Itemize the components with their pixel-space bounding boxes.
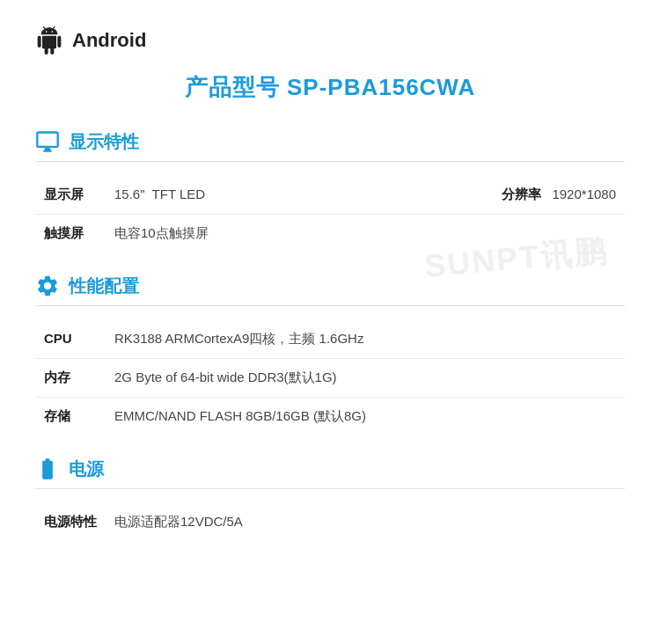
display-section-title: 显示特性 [69, 130, 139, 154]
performance-section: 性能配置 CPU RK3188 ARMCortexA9四核，主频 1.6GHz … [35, 274, 625, 435]
power-section-title: 电源 [69, 457, 104, 481]
performance-section-header: 性能配置 [35, 274, 625, 306]
spec-label-cpu: CPU [44, 331, 114, 346]
spec-row-storage: 存储 EMMC/NAND FLASH 8GB/16GB (默认8G) [35, 398, 625, 435]
display-spec-table: 显示屏 15.6" TFT LED 分辨率 1920*1080 触摸屏 电容10… [35, 176, 625, 252]
battery-icon [35, 457, 60, 481]
spec-value-power: 电源适配器12VDC/5A [114, 514, 616, 531]
spec-label-touch: 触摸屏 [44, 225, 114, 242]
spec-value-cpu: RK3188 ARMCortexA9四核，主频 1.6GHz [114, 331, 616, 348]
display-section-header: 显示特性 [35, 129, 625, 162]
performance-section-title: 性能配置 [69, 274, 139, 298]
resolution-label: 分辨率 [502, 187, 541, 203]
spec-value-display: 15.6" TFT LED [114, 187, 466, 203]
spec-label-display: 显示屏 [44, 187, 114, 203]
spec-label-storage: 存储 [44, 408, 114, 425]
resolution-value: 1920*1080 [552, 187, 616, 203]
android-header: Android [35, 26, 625, 55]
spec-row-power: 电源特性 电源适配器12VDC/5A [35, 503, 625, 541]
monitor-icon [35, 129, 60, 154]
gear-icon [35, 274, 60, 298]
spec-value-touch: 电容10点触摸屏 [114, 225, 616, 242]
spec-sub-resolution: 分辨率 1920*1080 [502, 187, 616, 203]
android-title: Android [72, 29, 146, 52]
display-section: 显示特性 显示屏 15.6" TFT LED 分辨率 1920*1080 触摸屏… [35, 129, 625, 252]
spec-label-memory: 内存 [44, 370, 114, 386]
performance-spec-table: CPU RK3188 ARMCortexA9四核，主频 1.6GHz 内存 2G… [35, 320, 625, 435]
power-section-header: 电源 [35, 457, 625, 489]
spec-row-cpu: CPU RK3188 ARMCortexA9四核，主频 1.6GHz [35, 320, 625, 359]
power-spec-table: 电源特性 电源适配器12VDC/5A [35, 503, 625, 541]
spec-row-display: 显示屏 15.6" TFT LED 分辨率 1920*1080 [35, 176, 625, 215]
spec-value-memory: 2G Byte of 64-bit wide DDR3(默认1G) [114, 370, 616, 386]
android-icon [35, 26, 63, 55]
spec-row-touch: 触摸屏 电容10点触摸屏 [35, 215, 625, 252]
spec-row-memory: 内存 2G Byte of 64-bit wide DDR3(默认1G) [35, 359, 625, 398]
spec-value-storage: EMMC/NAND FLASH 8GB/16GB (默认8G) [114, 408, 616, 425]
product-model: 产品型号 SP-PBA156CWA [35, 72, 625, 103]
spec-label-power: 电源特性 [44, 514, 114, 531]
power-section: 电源 电源特性 电源适配器12VDC/5A [35, 457, 625, 541]
spec-value-group-display: 15.6" TFT LED 分辨率 1920*1080 [114, 187, 616, 203]
page-container: SUNPT讯鹏 Android 产品型号 SP-PBA156CWA 显示特性 显… [0, 0, 660, 589]
